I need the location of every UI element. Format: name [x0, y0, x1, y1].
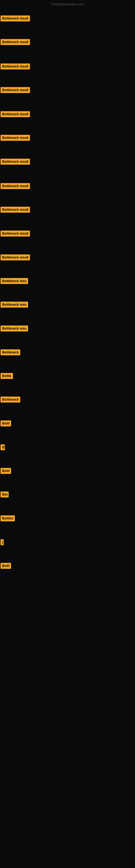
- bottleneck-badge-row: Bottl: [1, 421, 11, 428]
- bottleneck-badge-row: Bottle: [1, 373, 13, 380]
- bottleneck-badge-row: Bottleneck result: [1, 183, 30, 190]
- bottleneck-badge-row: B: [1, 444, 5, 452]
- bottleneck-badge-row: Bottleneck result: [1, 230, 30, 238]
- bottleneck-result-badge: Bottl: [1, 563, 11, 569]
- bottleneck-result-badge: Bottleneck resu: [1, 302, 28, 308]
- bottleneck-result-badge: Bottleneck result: [1, 111, 30, 117]
- bottleneck-badge-row: Bottleneck resu: [1, 302, 28, 309]
- bottleneck-result-badge: Bottleneck result: [1, 87, 30, 93]
- bottleneck-result-badge: Bottleneck: [1, 397, 20, 403]
- bottleneck-badge-row: Bottleneck result: [1, 87, 30, 94]
- bottleneck-badge-row: Bottlen: [1, 516, 15, 522]
- bottleneck-badge-row: Bottleneck result: [1, 159, 30, 166]
- bottleneck-result-badge: Bottl: [1, 468, 11, 474]
- bottleneck-result-badge: Bottleneck result: [1, 183, 30, 189]
- bottleneck-badge-row: Bottleneck result: [1, 63, 30, 70]
- bottleneck-result-badge: Bottleneck result: [1, 63, 30, 69]
- bottleneck-badge-row: Bottleneck resu: [1, 326, 28, 333]
- bottleneck-badge-row: |: [1, 539, 4, 546]
- bottleneck-badge-row: Bottleneck result: [1, 135, 30, 142]
- bottleneck-result-badge: Bottleneck result: [1, 39, 30, 45]
- bottleneck-result-badge: Bottleneck: [1, 349, 20, 355]
- bottleneck-result-badge: Bottleneck result: [1, 254, 30, 260]
- bottleneck-badge-row: Bottleneck: [1, 349, 20, 356]
- bottleneck-result-badge: Bottleneck resu: [1, 326, 28, 332]
- bottleneck-badge-row: Bottleneck resu: [1, 278, 28, 285]
- bottleneck-badge-row: Bottleneck result: [1, 254, 30, 261]
- bottleneck-result-badge: Bottlen: [1, 516, 15, 521]
- bottleneck-result-badge: Bottleneck result: [1, 135, 30, 141]
- bottleneck-badge-row: Bot: [1, 492, 9, 499]
- bottleneck-result-badge: Bottleneck result: [1, 16, 30, 22]
- bottleneck-result-badge: Bottleneck result: [1, 230, 30, 237]
- bottleneck-badge-row: Bottleneck result: [1, 111, 30, 118]
- bottleneck-badge-row: Bottleneck result: [1, 16, 30, 23]
- site-title: TheBottlenecker.com: [51, 2, 84, 6]
- bottleneck-badge-row: Bottleneck: [1, 397, 20, 404]
- bottleneck-badge-row: Bottl: [1, 468, 11, 475]
- bottleneck-result-badge: Bot: [1, 492, 9, 497]
- bottleneck-result-badge: Bottle: [1, 373, 13, 379]
- bottleneck-badge-row: Bottl: [1, 563, 11, 570]
- bottleneck-result-badge: Bottleneck result: [1, 207, 30, 213]
- bottleneck-result-badge: B: [1, 444, 5, 450]
- bottleneck-result-badge: Bottleneck resu: [1, 278, 28, 284]
- bottleneck-result-badge: Bottleneck result: [1, 159, 30, 165]
- bottleneck-result-badge: |: [1, 539, 4, 545]
- bottleneck-badge-row: Bottleneck result: [1, 39, 30, 46]
- bottleneck-badge-row: Bottleneck result: [1, 207, 30, 214]
- bottleneck-result-badge: Bottl: [1, 421, 11, 426]
